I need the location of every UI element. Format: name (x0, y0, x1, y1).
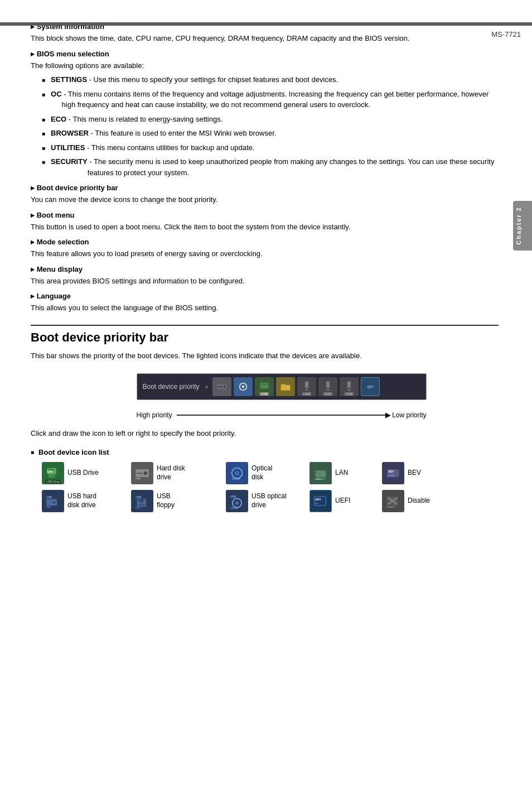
efi-priority-icon: EFI (361, 377, 380, 396)
lan-label: LAN (335, 469, 348, 478)
icon-optical: CD/DVD Opticaldisk (226, 462, 309, 484)
usb-optical-icon: USB CD/DVD (226, 490, 248, 512)
usb-drive-label: USB Drive (67, 469, 99, 478)
svg-text:HDD: HDD (46, 506, 51, 508)
svg-text:CD/DVD: CD/DVD (230, 507, 238, 509)
bios-menu-heading: BIOS menu selection (31, 50, 499, 58)
language-body: This allows you to select the language o… (31, 302, 499, 314)
svg-text:LEGACY: LEGACY (388, 474, 396, 476)
svg-rect-13 (347, 382, 351, 387)
bev-icon: BEV LEGACY (382, 462, 404, 484)
list-item-browser: BROWSER - This feature is used to enter … (42, 128, 499, 139)
list-item-settings: SETTINGS - Use this menu to specify your… (42, 74, 499, 85)
menu-display-heading: Menu display (31, 265, 499, 273)
page-container: MS-7721 Chapter 2 System information Thi… (0, 22, 532, 799)
mode-selection-body: This feature allows you to load presets … (31, 248, 499, 259)
folder-priority-icon (276, 377, 295, 396)
bios-menu-list: SETTINGS - Use this menu to specify your… (42, 74, 499, 178)
svg-point-20 (144, 471, 147, 475)
usb-drive-icon: USB USB Drive (42, 462, 64, 484)
svg-point-37 (53, 501, 56, 504)
icon-list-row2: USB HDD USB harddisk drive USB (42, 490, 499, 512)
svg-rect-6 (260, 383, 269, 389)
top-border (0, 22, 532, 26)
svg-rect-41 (139, 499, 143, 502)
svg-point-47 (236, 502, 238, 503)
list-item-eco: ECO - This menu is related to energy-sav… (42, 114, 499, 125)
usb-hdd-icon: USB HDD (42, 490, 64, 512)
section-divider (31, 325, 499, 326)
icon-lan: GAMAX LAN (309, 462, 382, 484)
icon-usb-floppy: USB FDD USBfloppy (131, 490, 226, 512)
boot-priority-bar-widget: Boot device priority » USB (137, 373, 427, 400)
icon-usb-hdd: USB HDD USB harddisk drive (42, 490, 131, 512)
model-number: MS-7721 (491, 30, 521, 38)
low-priority-label: Low priority (392, 411, 426, 419)
svg-point-1 (224, 386, 226, 388)
svg-text:USB: USB (46, 496, 52, 499)
priority-arrows-icon: » (205, 384, 209, 390)
main-content: System information This block shows the … (31, 22, 499, 535)
optical-icon: CD/DVD (226, 462, 248, 484)
icon-bev: BEV LEGACY BEV (382, 462, 449, 484)
boot-section-title: Boot device priority bar (31, 330, 499, 345)
svg-rect-18 (49, 469, 54, 470)
menu-display-body: This area provides BIOS settings and inf… (31, 276, 499, 287)
svg-rect-7 (262, 389, 266, 391)
boot-icons-row: USB USB USB (212, 377, 380, 396)
bios-menu-intro: The following options are available: (31, 60, 499, 71)
svg-rect-42 (138, 503, 145, 506)
svg-rect-11 (326, 382, 330, 387)
hard-disk-label: Hard diskdrive (157, 464, 185, 482)
svg-text:GAMAX: GAMAX (315, 478, 322, 480)
high-priority-label: High priority (137, 411, 172, 419)
system-info-body: This block shows the time, date, CPU nam… (31, 33, 499, 44)
click-instruction: Click and draw the icon to left or right… (31, 428, 499, 439)
language-heading: Language (31, 292, 499, 300)
usb1-priority-icon: USB (297, 377, 316, 396)
chapter-tab: Chapter 2 (513, 201, 532, 251)
disable-icon: DISABLE (382, 490, 404, 512)
uefi-label: UEFI (335, 497, 350, 506)
usb2-priority-icon: USB (318, 377, 337, 396)
icon-usb-drive: USB USB Drive USB Drive (42, 462, 131, 484)
boot-icon-list-section: ■ Boot device icon list USB USB Drive (31, 448, 499, 512)
usb-floppy-label: USBfloppy (157, 492, 175, 509)
usb-hdd-label: USB harddisk drive (67, 492, 96, 509)
svg-text:USB: USB (47, 470, 53, 473)
icon-list-header: ■ Boot device icon list (31, 448, 499, 456)
list-item-security: SECURITY - The security menu is used to … (42, 156, 499, 178)
icon-uefi: UEFI UEFI UEFI (309, 490, 382, 512)
optical-priority-icon (234, 377, 253, 396)
icon-disable: DISABLE Disable (382, 490, 449, 512)
svg-text:UEFI: UEFI (315, 498, 321, 500)
usb-drive-priority-icon: USB (255, 377, 274, 396)
icon-usb-optical: USB CD/DVD USB opticaldrive (226, 490, 309, 512)
icon-list-heading: Boot device icon list (38, 448, 109, 456)
usb-floppy-icon: USB FDD (131, 490, 153, 512)
svg-point-25 (236, 472, 238, 474)
svg-text:UEFI: UEFI (314, 502, 318, 504)
list-item-utilities: UTILITIES - This menu contains utilities… (42, 142, 499, 153)
hard-disk-icon: HDD (131, 462, 153, 484)
boot-priority-bar-body: You can move the device icons to change … (31, 194, 499, 205)
usb-optical-label: USB opticaldrive (252, 492, 287, 509)
svg-text:FDD: FDD (136, 507, 140, 509)
uefi-icon: UEFI UEFI (309, 490, 332, 512)
icon-hard-disk: HDD Hard diskdrive (131, 462, 226, 484)
usb3-priority-icon: USB (340, 377, 359, 396)
svg-point-5 (243, 386, 244, 387)
list-item-oc: OC - This menu contains items of the fre… (42, 89, 499, 110)
boot-section-description: This bar shows the priority of the boot … (31, 350, 499, 362)
svg-text:USB: USB (136, 496, 141, 499)
mode-selection-heading: Mode selection (31, 238, 499, 246)
svg-text:BEV: BEV (389, 470, 394, 473)
hdd-priority-icon (212, 377, 231, 396)
lan-icon: GAMAX (309, 462, 332, 484)
bev-label: BEV (408, 469, 421, 478)
optical-label: Opticaldisk (252, 464, 272, 482)
svg-text:DISABLE: DISABLE (386, 506, 395, 508)
boot-menu-heading: Boot menu (31, 211, 499, 219)
priority-arrow-row: High priority ▶ Low priority (137, 411, 427, 419)
svg-text:CD/DVD: CD/DVD (232, 477, 241, 480)
